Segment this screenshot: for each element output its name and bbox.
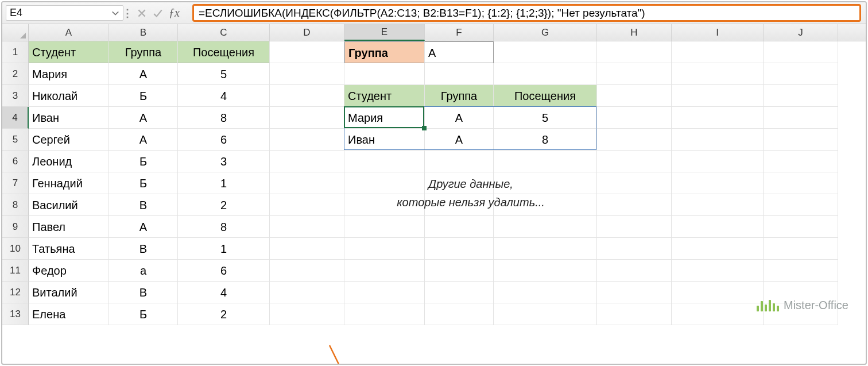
cell[interactable]: Б bbox=[109, 172, 178, 194]
cell[interactable] bbox=[425, 260, 494, 282]
cell[interactable]: Леонид bbox=[29, 151, 109, 172]
cell[interactable] bbox=[672, 129, 764, 151]
cell[interactable] bbox=[425, 303, 494, 325]
column-header-J[interactable]: J bbox=[764, 24, 838, 41]
cell[interactable]: 1 bbox=[178, 172, 270, 194]
cell[interactable] bbox=[597, 85, 672, 107]
row-header-13[interactable]: 13 bbox=[2, 303, 29, 325]
column-header-A[interactable]: A bbox=[29, 24, 109, 41]
row-header-12[interactable]: 12 bbox=[2, 282, 29, 303]
cell[interactable] bbox=[270, 63, 344, 85]
cell[interactable] bbox=[270, 260, 344, 282]
cell[interactable] bbox=[494, 216, 597, 238]
cell[interactable]: а bbox=[109, 260, 178, 282]
cell[interactable] bbox=[344, 282, 425, 303]
cell[interactable] bbox=[597, 303, 672, 325]
cell[interactable]: 4 bbox=[178, 282, 270, 303]
cell[interactable] bbox=[425, 151, 494, 172]
cell[interactable]: Николай bbox=[29, 85, 109, 107]
cell[interactable] bbox=[270, 41, 344, 63]
cell[interactable]: 3 bbox=[178, 151, 270, 172]
cell[interactable] bbox=[672, 260, 764, 282]
cell[interactable] bbox=[597, 282, 672, 303]
cell[interactable]: Мария bbox=[344, 107, 425, 129]
cell[interactable] bbox=[270, 129, 344, 151]
cell[interactable] bbox=[344, 260, 425, 282]
cell[interactable]: Б bbox=[109, 303, 178, 325]
cell[interactable]: 6 bbox=[178, 129, 270, 151]
cell[interactable] bbox=[425, 216, 494, 238]
cell[interactable] bbox=[764, 194, 838, 216]
cell[interactable]: А bbox=[109, 107, 178, 129]
cell[interactable] bbox=[597, 63, 672, 85]
cell[interactable]: Татьяна bbox=[29, 238, 109, 260]
row-header-3[interactable]: 3 bbox=[2, 85, 29, 107]
cell[interactable] bbox=[425, 63, 494, 85]
cell[interactable] bbox=[425, 238, 494, 260]
cell[interactable]: А bbox=[109, 216, 178, 238]
cell[interactable] bbox=[270, 107, 344, 129]
cell[interactable] bbox=[597, 107, 672, 129]
column-header-I[interactable]: I bbox=[672, 24, 764, 41]
fill-handle[interactable] bbox=[422, 126, 427, 130]
row-header-9[interactable]: 9 bbox=[2, 216, 29, 238]
column-header-H[interactable]: H bbox=[597, 24, 672, 41]
column-header-F[interactable]: F bbox=[425, 24, 494, 41]
cell[interactable]: Иван bbox=[344, 129, 425, 151]
cell[interactable] bbox=[344, 216, 425, 238]
cell[interactable]: А bbox=[109, 63, 178, 85]
cell[interactable]: 8 bbox=[494, 129, 597, 151]
cell[interactable] bbox=[672, 151, 764, 172]
cell[interactable] bbox=[344, 63, 425, 85]
cell[interactable] bbox=[764, 129, 838, 151]
cell[interactable] bbox=[764, 216, 838, 238]
cell[interactable] bbox=[270, 216, 344, 238]
column-header-E[interactable]: E bbox=[344, 24, 425, 41]
cell[interactable] bbox=[672, 85, 764, 107]
cell[interactable] bbox=[344, 238, 425, 260]
cell[interactable]: 2 bbox=[178, 194, 270, 216]
cell[interactable] bbox=[597, 216, 672, 238]
cell[interactable]: Федор bbox=[29, 260, 109, 282]
column-header-G[interactable]: G bbox=[494, 24, 597, 41]
cell[interactable]: 5 bbox=[494, 107, 597, 129]
cell[interactable]: Студент bbox=[344, 85, 425, 107]
cell[interactable] bbox=[764, 260, 838, 282]
cell[interactable]: Посещения bbox=[494, 85, 597, 107]
cell[interactable]: Геннадий bbox=[29, 172, 109, 194]
row-header-5[interactable]: 5 bbox=[2, 129, 29, 151]
cell[interactable]: А bbox=[109, 129, 178, 151]
name-box[interactable]: E4 bbox=[6, 5, 123, 21]
cell[interactable] bbox=[764, 238, 838, 260]
row-header-7[interactable]: 7 bbox=[2, 172, 29, 194]
cell[interactable]: Василий bbox=[29, 194, 109, 216]
cell[interactable] bbox=[597, 260, 672, 282]
column-header-C[interactable]: C bbox=[178, 24, 270, 41]
cell[interactable] bbox=[270, 238, 344, 260]
cell[interactable] bbox=[494, 260, 597, 282]
cell[interactable] bbox=[494, 41, 597, 63]
cell[interactable] bbox=[597, 129, 672, 151]
cell[interactable] bbox=[270, 282, 344, 303]
cell[interactable]: Павел bbox=[29, 216, 109, 238]
cell[interactable]: В bbox=[109, 194, 178, 216]
cancel-icon[interactable] bbox=[137, 8, 147, 18]
cell[interactable]: Иван bbox=[29, 107, 109, 129]
cell[interactable]: Сергей bbox=[29, 129, 109, 151]
cell[interactable]: 5 bbox=[178, 63, 270, 85]
row-header-4[interactable]: 4 bbox=[2, 107, 29, 129]
cell[interactable] bbox=[672, 41, 764, 63]
cell[interactable]: 8 bbox=[178, 216, 270, 238]
cell[interactable]: 6 bbox=[178, 260, 270, 282]
cell[interactable] bbox=[270, 85, 344, 107]
cell[interactable]: 1 bbox=[178, 238, 270, 260]
cell[interactable]: Б bbox=[109, 85, 178, 107]
cell[interactable]: 2 bbox=[178, 303, 270, 325]
cell[interactable] bbox=[344, 303, 425, 325]
row-header-6[interactable]: 6 bbox=[2, 151, 29, 172]
cell[interactable] bbox=[672, 172, 764, 194]
cell[interactable]: Группа bbox=[109, 41, 178, 63]
cell[interactable] bbox=[764, 151, 838, 172]
cell[interactable] bbox=[494, 63, 597, 85]
cell[interactable]: 4 bbox=[178, 85, 270, 107]
